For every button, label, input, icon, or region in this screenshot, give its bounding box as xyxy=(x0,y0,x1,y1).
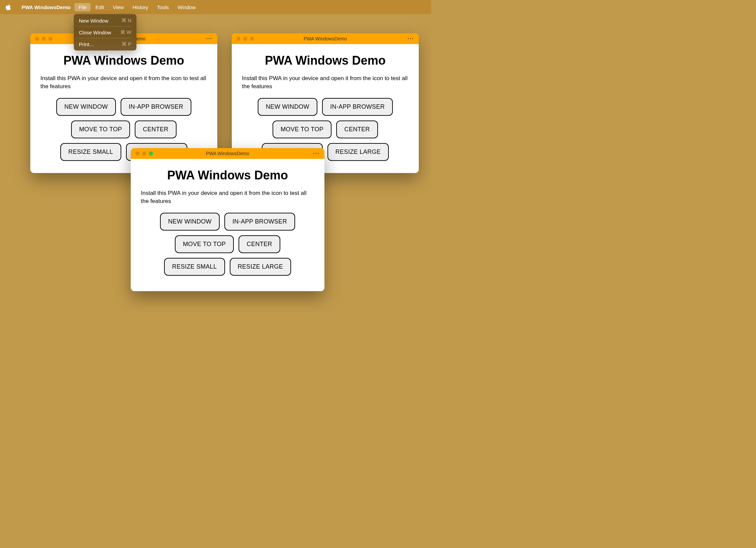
page-title: PWA Windows Demo xyxy=(242,54,409,68)
menubar-item-edit[interactable]: Edit xyxy=(91,3,108,11)
new-window-button[interactable]: NEW WINDOW xyxy=(160,213,220,231)
close-button[interactable] xyxy=(35,37,39,41)
menubar-item-view[interactable]: View xyxy=(109,3,128,11)
app-window-3-active[interactable]: PWA WindowsDemo ··· PWA Windows Demo Ins… xyxy=(131,148,324,291)
in-app-browser-button[interactable]: IN-APP BROWSER xyxy=(224,213,295,231)
page-title: PWA Windows Demo xyxy=(40,54,207,68)
apple-logo-icon[interactable] xyxy=(5,4,11,10)
move-to-top-button[interactable]: MOVE TO TOP xyxy=(273,121,332,138)
menu-item-print[interactable]: Print… ⌘ P xyxy=(75,39,135,49)
menu-item-label: Print… xyxy=(79,41,94,47)
resize-small-button[interactable]: RESIZE SMALL xyxy=(60,143,121,161)
in-app-browser-button[interactable]: IN-APP BROWSER xyxy=(322,98,393,116)
in-app-browser-button[interactable]: IN-APP BROWSER xyxy=(121,98,191,116)
page-description: Install this PWA in your device and open… xyxy=(40,74,207,91)
center-button[interactable]: CENTER xyxy=(135,121,177,138)
maximize-button[interactable] xyxy=(49,37,53,41)
resize-small-button[interactable]: RESIZE SMALL xyxy=(164,258,225,276)
more-icon[interactable]: ··· xyxy=(313,150,320,157)
menubar-item-tools[interactable]: Tools xyxy=(153,3,173,11)
minimize-button[interactable] xyxy=(243,37,247,41)
titlebar[interactable]: PWA WindowsDemo ··· xyxy=(131,148,324,159)
resize-large-button[interactable]: RESIZE LARGE xyxy=(327,143,389,161)
menu-item-close-window[interactable]: Close Window ⌘ W xyxy=(75,28,135,37)
page-title: PWA Windows Demo xyxy=(141,168,314,182)
menu-item-shortcut: ⌘ W xyxy=(120,29,131,35)
close-button[interactable] xyxy=(135,151,139,156)
menu-item-label: Close Window xyxy=(79,30,111,35)
menubar-app-name[interactable]: PWA WindowsDemo xyxy=(18,3,74,11)
maximize-button[interactable] xyxy=(250,37,254,41)
more-icon[interactable]: ··· xyxy=(408,36,414,42)
move-to-top-button[interactable]: MOVE TO TOP xyxy=(71,121,130,138)
close-button[interactable] xyxy=(237,37,241,41)
maximize-button[interactable] xyxy=(149,151,153,156)
window-title: PWA WindowsDemo xyxy=(206,151,249,156)
window-body: PWA Windows Demo Install this PWA in you… xyxy=(131,159,324,286)
menubar-item-history[interactable]: History xyxy=(128,3,152,11)
minimize-button[interactable] xyxy=(142,151,146,156)
button-grid: NEW WINDOW IN-APP BROWSER MOVE TO TOP CE… xyxy=(157,213,298,276)
more-icon[interactable]: ··· xyxy=(206,36,213,42)
menu-item-shortcut: ⌘ N xyxy=(121,18,131,24)
move-to-top-button[interactable]: MOVE TO TOP xyxy=(175,235,234,253)
titlebar[interactable]: PWA WindowsDemo ··· xyxy=(232,33,419,44)
system-menubar: PWA WindowsDemo File Edit View History T… xyxy=(0,0,431,14)
center-button[interactable]: CENTER xyxy=(336,121,378,138)
menu-item-shortcut: ⌘ P xyxy=(122,41,131,47)
resize-large-button[interactable]: RESIZE LARGE xyxy=(230,258,291,276)
traffic-lights xyxy=(237,37,254,41)
window-title: PWA WindowsDemo xyxy=(304,36,347,41)
page-description: Install this PWA in your device and open… xyxy=(141,189,314,205)
new-window-button[interactable]: NEW WINDOW xyxy=(258,98,317,116)
file-menu-dropdown: New Window ⌘ N Close Window ⌘ W Print… ⌘… xyxy=(74,14,136,50)
traffic-lights xyxy=(135,151,153,156)
menu-item-new-window[interactable]: New Window ⌘ N xyxy=(75,16,135,25)
new-window-button[interactable]: NEW WINDOW xyxy=(56,98,116,116)
page-description: Install this PWA in your device and open… xyxy=(242,74,409,91)
menu-item-label: New Window xyxy=(79,18,108,24)
menu-separator xyxy=(79,38,131,38)
traffic-lights xyxy=(35,37,53,41)
center-button[interactable]: CENTER xyxy=(239,235,280,253)
minimize-button[interactable] xyxy=(42,37,46,41)
menubar-item-window[interactable]: Window xyxy=(174,3,199,11)
menubar-item-file[interactable]: File xyxy=(74,3,91,11)
menu-separator xyxy=(79,26,131,27)
